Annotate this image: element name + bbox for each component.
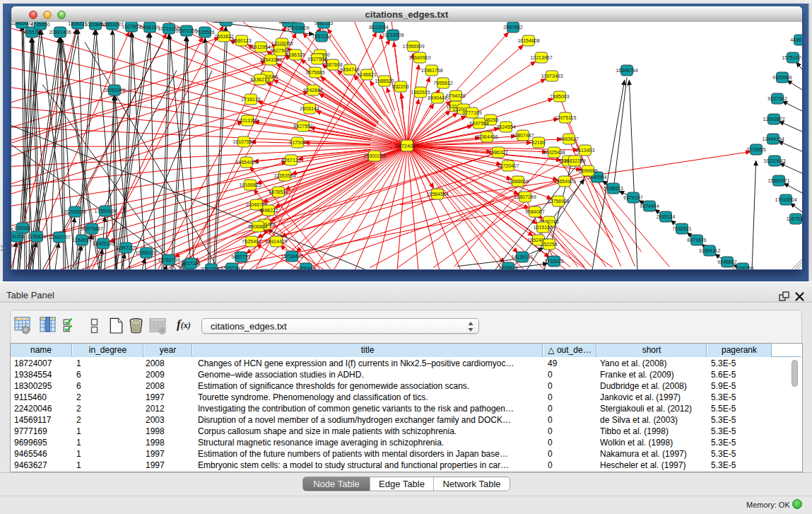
svg-text:1156829: 1156829 (28, 234, 47, 239)
svg-text:10958107: 10958107 (135, 250, 157, 255)
svg-text:16782759: 16782759 (158, 257, 180, 262)
svg-text:17957225: 17957225 (114, 245, 136, 250)
svg-text:20691406: 20691406 (49, 30, 71, 35)
svg-text:14139141: 14139141 (511, 255, 533, 259)
svg-text:22455603: 22455603 (11, 22, 33, 25)
svg-text:10654112: 10654112 (699, 248, 721, 253)
svg-text:2935114: 2935114 (657, 214, 676, 219)
svg-text:252254: 252254 (541, 242, 557, 247)
svg-text:12213369: 12213369 (236, 118, 258, 123)
svg-text:10807487: 10807487 (512, 133, 534, 138)
svg-text:6497568: 6497568 (469, 121, 488, 126)
svg-text:9327508: 9327508 (307, 57, 326, 62)
svg-text:1167533: 1167533 (787, 216, 802, 221)
svg-text:19166825: 19166825 (239, 182, 261, 187)
svg-text:20206535: 20206535 (64, 209, 86, 214)
svg-text:4498222: 4498222 (259, 208, 278, 213)
svg-text:16154808: 16154808 (517, 38, 539, 43)
svg-text:7663822: 7663822 (214, 34, 233, 39)
svg-text:15751074: 15751074 (782, 55, 802, 60)
svg-text:13640910: 13640910 (408, 55, 430, 60)
svg-text:2867608: 2867608 (323, 62, 342, 67)
svg-text:19832259: 19832259 (563, 158, 585, 163)
svg-text:10973493: 10973493 (541, 74, 563, 78)
svg-text:15692971: 15692971 (767, 178, 789, 183)
svg-text:17016504: 17016504 (775, 197, 796, 202)
svg-text:16033809: 16033809 (287, 25, 309, 30)
svg-text:917004: 917004 (289, 140, 305, 145)
svg-text:20813640: 20813640 (200, 267, 222, 269)
svg-text:7986322: 7986322 (488, 150, 507, 155)
svg-text:12444154: 12444154 (762, 136, 784, 141)
svg-text:18807249: 18807249 (514, 194, 536, 199)
svg-text:18724007: 18724007 (395, 143, 418, 149)
svg-text:62160: 62160 (531, 140, 546, 145)
svg-text:8267130: 8267130 (281, 158, 300, 163)
svg-text:3875685: 3875685 (305, 70, 324, 75)
svg-text:7485003: 7485003 (550, 94, 569, 99)
svg-text:10756928: 10756928 (547, 199, 569, 204)
svg-text:9474444: 9474444 (640, 204, 659, 209)
svg-text:12093872: 12093872 (763, 117, 784, 122)
svg-text:8806804: 8806804 (248, 224, 267, 229)
svg-text:8186328: 8186328 (286, 52, 305, 57)
svg-text:2718176: 2718176 (241, 97, 260, 102)
svg-text:9084067: 9084067 (525, 209, 544, 214)
svg-text:3624554: 3624554 (496, 124, 515, 129)
svg-text:1154519: 1154519 (73, 238, 92, 243)
svg-text:1588520: 1588520 (375, 78, 394, 83)
svg-text:15157347: 15157347 (220, 266, 242, 269)
svg-text:7515526: 7515526 (195, 30, 214, 35)
svg-text:16210643: 16210643 (763, 158, 785, 163)
svg-text:14914479: 14914479 (265, 239, 287, 244)
svg-text:20364436: 20364436 (476, 134, 498, 139)
svg-text:9245652: 9245652 (717, 259, 736, 264)
svg-text:90975887: 90975887 (81, 226, 102, 231)
svg-text:9463627: 9463627 (559, 136, 578, 141)
svg-text:9146821: 9146821 (357, 72, 376, 77)
svg-text:4439167: 4439167 (790, 37, 802, 42)
svg-text:9457771: 9457771 (231, 255, 250, 259)
svg-text:7632621: 7632621 (672, 226, 691, 231)
svg-text:11353594: 11353594 (274, 173, 296, 178)
svg-text:1527602: 1527602 (122, 24, 141, 29)
svg-text:8660123: 8660123 (232, 38, 251, 43)
svg-text:10853287: 10853287 (101, 22, 123, 27)
svg-text:12975115: 12975115 (555, 115, 577, 120)
svg-text:9777169: 9777169 (462, 110, 481, 115)
svg-text:4735650: 4735650 (30, 22, 49, 27)
svg-text:9329966: 9329966 (772, 75, 792, 80)
svg-text:391591: 391591 (11, 234, 25, 239)
svg-text:8427552: 8427552 (293, 124, 312, 129)
svg-text:23706266: 23706266 (731, 266, 753, 269)
svg-text:832203: 832203 (392, 84, 408, 89)
svg-text:6899695: 6899695 (578, 168, 597, 173)
svg-text:3113403: 3113403 (576, 148, 595, 153)
svg-text:1999828: 1999828 (498, 265, 517, 269)
svg-text:16671355: 16671355 (175, 28, 197, 33)
svg-text:12942757: 12942757 (48, 235, 70, 240)
svg-text:7955812: 7955812 (433, 81, 452, 86)
svg-text:2066449: 2066449 (296, 266, 315, 269)
svg-text:2087682: 2087682 (503, 25, 522, 30)
svg-text:12213967: 12213967 (530, 55, 552, 60)
svg-text:19218506: 19218506 (382, 33, 404, 37)
svg-text:12905135: 12905135 (92, 241, 114, 246)
svg-text:8912954: 8912954 (251, 45, 270, 49)
svg-text:6794028: 6794028 (446, 93, 465, 98)
svg-text:3215955: 3215955 (746, 147, 765, 152)
svg-text:19584554: 19584554 (426, 192, 448, 197)
svg-text:16107552: 16107552 (233, 139, 254, 144)
svg-text:7625402: 7625402 (242, 239, 261, 244)
svg-text:14055712: 14055712 (20, 30, 42, 35)
svg-text:28053346: 28053346 (103, 88, 125, 93)
svg-text:6379197: 6379197 (623, 195, 642, 200)
svg-text:10025438: 10025438 (543, 150, 565, 155)
svg-text:8990448: 8990448 (428, 95, 447, 100)
svg-text:1615112: 1615112 (534, 225, 553, 230)
svg-text:8813054: 8813054 (369, 25, 388, 30)
svg-text:16648784: 16648784 (616, 68, 637, 73)
svg-text:15718485: 15718485 (281, 254, 302, 259)
svg-text:8454749: 8454749 (340, 67, 359, 72)
svg-text:5938913: 5938913 (604, 186, 623, 191)
